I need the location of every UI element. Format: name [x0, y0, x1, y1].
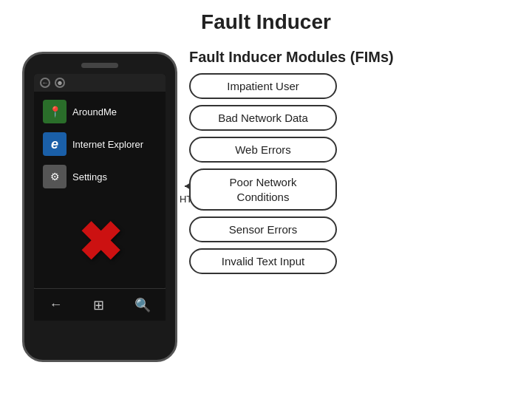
aroundme-icon: 📍 [43, 100, 66, 123]
status-bar: ← ☻ [34, 74, 166, 92]
phone-screen: ← ☻ 📍 AroundMe e Internet Explorer ⚙ Set… [34, 74, 166, 288]
fim-bad-network-data: Bad Network Data [189, 105, 337, 131]
search-icon: 🔍 [134, 297, 151, 313]
fim-sensor-errors: Sensor Errors [189, 216, 337, 242]
list-item: e Internet Explorer [40, 129, 160, 160]
ie-label: Internet Explorer [72, 139, 143, 150]
fim-web-errors: Web Errors [189, 137, 337, 163]
ie-icon: e [43, 132, 66, 156]
back-icon: ← [50, 297, 63, 313]
list-item: 📍 AroundMe [40, 96, 160, 127]
settings-label: Settings [72, 171, 107, 183]
fim-invalid-text-input: Invalid Text Input [189, 248, 337, 274]
fim-poor-network-conditions: Poor NetworkConditions [189, 168, 337, 211]
app-list: 📍 AroundMe e Internet Explorer ⚙ Setting… [34, 92, 166, 197]
phone-speaker [81, 63, 118, 68]
status-icon-left: ← [40, 78, 50, 88]
aroundme-label: AroundMe [72, 106, 117, 117]
page-title: Fault Inducer [0, 0, 532, 38]
fim-list: Impatient User Bad Network Data Web Erro… [189, 73, 532, 274]
bottom-nav-bar: ← ⊞ 🔍 [34, 288, 166, 321]
phone-graphic: ← ☻ 📍 AroundMe e Internet Explorer ⚙ Set… [22, 52, 177, 362]
windows-icon: ⊞ [93, 297, 104, 313]
modules-title: Fault Inducer Modules (FIMs) [189, 49, 532, 66]
red-x-area: ✖ [34, 197, 166, 288]
red-x-icon: ✖ [78, 216, 122, 269]
fim-panel: Fault Inducer Modules (FIMs) Impatient U… [177, 44, 532, 362]
status-icon-right: ☻ [55, 78, 65, 88]
settings-icon: ⚙ [43, 165, 66, 188]
list-item: ⚙ Settings [40, 161, 160, 192]
fim-impatient-user: Impatient User [189, 73, 337, 99]
